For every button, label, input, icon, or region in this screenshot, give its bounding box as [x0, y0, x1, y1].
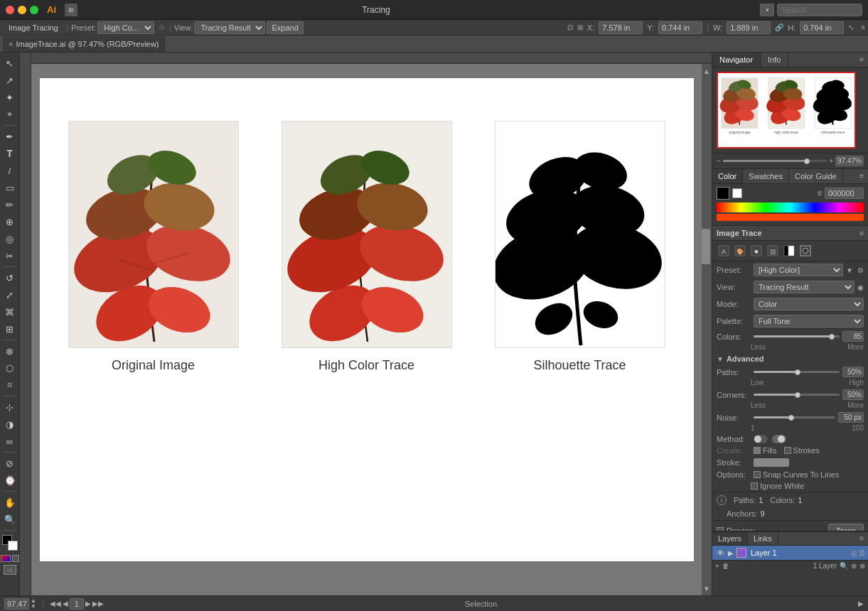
zoom-increase[interactable]: + — [829, 157, 833, 165]
scissors-tool[interactable]: ✂ — [2, 248, 18, 264]
grayscale-icon[interactable]: ▨ — [766, 244, 780, 258]
lasso-tool[interactable]: ⌖ — [2, 107, 18, 122]
fill-color-swatch[interactable] — [717, 187, 729, 200]
prev-page-single[interactable]: ◀ — [63, 600, 68, 607]
corners-slider-track[interactable] — [754, 394, 840, 396]
layers-menu[interactable]: ≡ — [855, 532, 868, 545]
image-trace-menu[interactable]: ≡ — [859, 229, 864, 237]
tab-close[interactable]: × — [9, 40, 13, 48]
stroke-color-swatch[interactable] — [732, 188, 742, 198]
paths-value-input[interactable] — [842, 367, 864, 377]
preset-dropdown[interactable]: High Co... [Default] 6 Colors 16 Colors … — [97, 21, 154, 34]
layer-target[interactable]: ◎ — [851, 549, 857, 557]
zoom-value-input[interactable] — [835, 156, 864, 166]
warp-tool[interactable]: ⌘ — [2, 304, 18, 320]
mode-select[interactable]: Color Grayscale Black and White — [754, 298, 864, 310]
brush-tool[interactable]: ✏ — [2, 197, 18, 212]
preset-select[interactable]: [High Color] [Default] 6 Colors 16 Color… — [754, 264, 843, 276]
scroll-down[interactable]: ▼ — [702, 581, 712, 595]
fills-checkbox[interactable] — [754, 447, 761, 454]
palette-select[interactable]: Full Tone Limited Automatic Open — [754, 315, 864, 328]
zoom-decrease[interactable]: − — [717, 157, 721, 165]
preset-arrow[interactable]: ▼ — [846, 266, 853, 274]
w-input[interactable] — [727, 21, 771, 34]
brightness-bar[interactable] — [717, 214, 864, 221]
paths-slider-track[interactable] — [754, 371, 840, 373]
live-paint-tool[interactable]: ⬡ — [2, 360, 18, 376]
view-select[interactable]: Tracing Result Original Image Outlines — [754, 281, 854, 293]
colors-slider-thumb[interactable] — [829, 334, 835, 340]
expand-button[interactable]: Expand — [267, 21, 303, 34]
zoom-slider[interactable] — [723, 160, 827, 162]
hex-color-input[interactable] — [825, 188, 864, 199]
measure-tool[interactable]: ⌚ — [2, 472, 18, 488]
rotate-tool[interactable]: ↺ — [2, 270, 18, 286]
noise-value-input[interactable] — [838, 412, 864, 423]
gradient-tool[interactable]: ◑ — [2, 416, 18, 432]
direct-select-tool[interactable]: ↗ — [2, 72, 18, 88]
mesh-tool[interactable]: ⊹ — [2, 399, 18, 415]
vertical-scrollbar[interactable]: ▲ ▼ — [702, 64, 712, 595]
scroll-track[interactable] — [702, 78, 712, 581]
hand-tool[interactable]: ✋ — [2, 494, 18, 510]
navigator-menu[interactable]: ≡ — [855, 53, 868, 67]
next-page[interactable]: ▶▶ — [92, 600, 104, 607]
color-spectrum[interactable] — [717, 202, 864, 212]
blob-brush-tool[interactable]: ⊕ — [2, 214, 18, 229]
change-screen-mode[interactable]: ▭ — [4, 565, 16, 575]
tab-navigator[interactable]: Navigator — [712, 53, 761, 67]
colors-value-input[interactable] — [842, 331, 864, 342]
advanced-section[interactable]: ▼ Advanced — [712, 352, 868, 365]
auto-trace-icon[interactable]: A — [717, 244, 731, 258]
h-input[interactable] — [800, 21, 844, 34]
corners-slider-thumb[interactable] — [795, 392, 800, 398]
preset-settings[interactable]: ⚙ — [857, 266, 864, 274]
status-zoom-input[interactable] — [4, 598, 29, 610]
layer-drag[interactable]: ☰ — [859, 549, 865, 557]
next-page-single[interactable]: ▶ — [85, 600, 91, 607]
shape-builder-tool[interactable]: ⊗ — [2, 343, 18, 359]
tab-layers[interactable]: Layers — [712, 532, 748, 545]
none-btn[interactable] — [12, 555, 19, 562]
bw-icon[interactable] — [782, 244, 796, 258]
layer-1-row[interactable]: 👁 ▶ Layer 1 ◎ ☰ — [712, 546, 868, 560]
trace-button[interactable]: Trace — [828, 524, 864, 531]
prev-page[interactable]: ◀◀ — [50, 600, 61, 607]
perspective-tool[interactable]: ⌗ — [2, 377, 18, 393]
low-color-icon[interactable]: ■ — [749, 244, 763, 258]
layer-arrow[interactable]: ▶ — [728, 549, 734, 557]
line-tool[interactable]: / — [2, 163, 18, 178]
pen-tool[interactable]: ✒ — [2, 129, 18, 144]
tab-info[interactable]: Info — [761, 53, 788, 67]
method-toggle-left[interactable] — [754, 435, 768, 443]
delete-layer-btn[interactable]: 🗑 — [722, 562, 729, 570]
eyedropper-tool[interactable]: ⊘ — [2, 455, 18, 471]
blend-tool[interactable]: ∞ — [2, 433, 18, 449]
view-arrow[interactable]: ◉ — [857, 283, 864, 291]
minimize-icon[interactable]: ▾ — [760, 4, 774, 16]
noise-slider-thumb[interactable] — [788, 415, 794, 421]
colors-slider-track[interactable] — [754, 335, 840, 337]
search-input[interactable] — [777, 4, 862, 16]
zoom-arrows[interactable]: ▲ ▼ — [31, 598, 36, 610]
select-tool[interactable]: ↖ — [2, 55, 18, 71]
y-input[interactable] — [658, 21, 702, 34]
outline-icon[interactable] — [798, 244, 813, 258]
layers-search[interactable]: 🔍 — [840, 562, 848, 570]
snap-curves-checkbox[interactable] — [754, 471, 761, 478]
new-layer-btn[interactable]: + — [715, 562, 719, 570]
canvas-area[interactable]: Original Image — [31, 64, 702, 595]
strokes-checkbox[interactable] — [784, 447, 791, 454]
document-tab[interactable]: × ImageTrace.ai @ 97.47% (RGB/Preview) — [3, 36, 165, 52]
image-tracing-menu[interactable]: Image Tracing — [3, 22, 64, 33]
color-btn[interactable] — [1, 555, 11, 562]
color-panel-menu[interactable]: ≡ — [855, 169, 868, 183]
ignore-white-checkbox[interactable] — [751, 482, 758, 490]
page-input[interactable] — [70, 598, 84, 610]
advanced-toggle[interactable]: ▼ — [717, 355, 724, 363]
stroke-preview[interactable] — [754, 458, 789, 467]
tab-color-guide[interactable]: Color Guide — [789, 169, 843, 183]
layers-trash[interactable]: ⊗ — [859, 562, 865, 570]
tab-swatches[interactable]: Swatches — [743, 169, 789, 183]
tab-links[interactable]: Links — [748, 532, 778, 545]
